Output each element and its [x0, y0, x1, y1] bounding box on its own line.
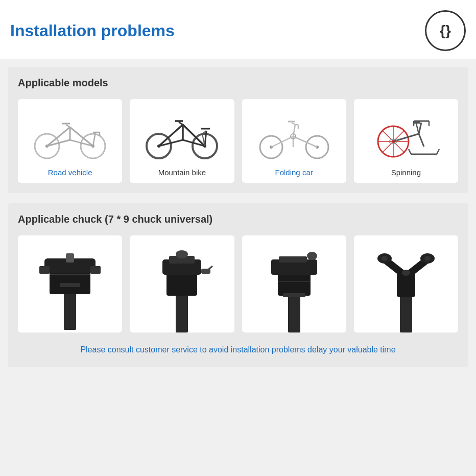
svg-rect-76 — [278, 273, 311, 296]
model-card-road-vehicle[interactable]: Road vehicle — [18, 99, 122, 183]
chuck-card-4[interactable] — [354, 235, 458, 332]
road-vehicle-label: Road vehicle — [48, 168, 92, 177]
svg-line-12 — [66, 125, 70, 127]
model-grid: Road vehicle — [18, 99, 458, 183]
page-header: Installation problems {} — [0, 0, 476, 59]
chuck-card-1[interactable] — [18, 235, 122, 332]
page-title: Installation problems — [10, 21, 175, 40]
spinning-label: Spinning — [391, 168, 421, 177]
model-card-mountain-bike[interactable]: Mountain bike — [130, 99, 234, 183]
svg-point-88 — [382, 256, 388, 261]
svg-rect-82 — [400, 294, 412, 332]
svg-rect-65 — [90, 266, 101, 274]
applicable-chuck-title: Applicable chuck (7 * 9 chuck universal) — [18, 213, 458, 225]
svg-line-49 — [419, 134, 424, 147]
applicable-models-section: Applicable models — [8, 67, 468, 193]
chuck-card-3[interactable] — [242, 235, 346, 332]
svg-rect-60 — [64, 289, 76, 330]
road-vehicle-image — [23, 107, 117, 163]
svg-line-35 — [293, 136, 317, 147]
spinning-image — [359, 107, 453, 163]
mountain-bike-label: Mountain bike — [158, 168, 206, 177]
svg-point-72 — [176, 250, 188, 258]
consult-text: Please consult customer service to avoid… — [18, 340, 458, 357]
svg-rect-79 — [279, 256, 307, 263]
svg-line-25 — [179, 122, 183, 125]
svg-point-90 — [402, 270, 410, 276]
svg-point-89 — [424, 256, 431, 261]
svg-line-58 — [409, 149, 411, 154]
main-content: Applicable models — [0, 59, 476, 385]
svg-rect-68 — [176, 292, 188, 332]
svg-rect-80 — [283, 293, 305, 297]
chuck-card-2[interactable] — [130, 235, 234, 332]
mountain-bike-image — [135, 107, 229, 163]
svg-rect-67 — [60, 283, 80, 287]
applicable-chuck-section: Applicable chuck (7 * 9 chuck universal) — [8, 203, 468, 367]
chuck-grid — [18, 235, 458, 332]
folding-car-image — [247, 107, 341, 163]
svg-line-50 — [419, 123, 421, 134]
folding-car-label: Folding car — [275, 168, 313, 177]
model-card-folding-car[interactable]: Folding car — [242, 99, 346, 183]
svg-rect-75 — [288, 292, 300, 332]
svg-rect-64 — [39, 266, 50, 274]
swagger-icon: {} — [425, 10, 466, 51]
applicable-models-title: Applicable models — [18, 77, 458, 89]
svg-rect-63 — [66, 253, 74, 263]
svg-line-54 — [416, 124, 419, 134]
model-card-spinning[interactable]: Spinning — [354, 99, 458, 183]
svg-rect-69 — [166, 271, 197, 296]
svg-point-78 — [307, 252, 317, 260]
svg-line-59 — [437, 149, 439, 154]
svg-line-40 — [292, 123, 295, 125]
